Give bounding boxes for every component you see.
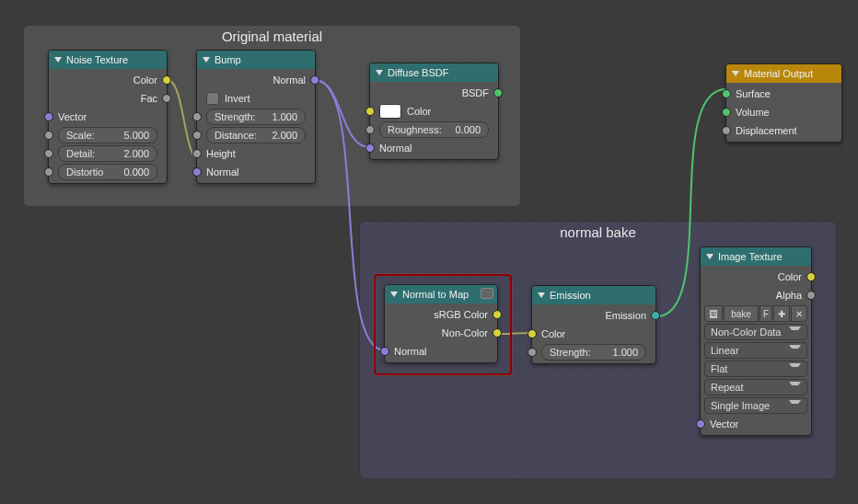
socket-in-vector[interactable] bbox=[696, 419, 705, 429]
strength-field[interactable]: Strength:1.000 bbox=[541, 344, 646, 361]
input-label: Vector bbox=[58, 111, 87, 122]
color-label: Color bbox=[407, 106, 431, 117]
nodegroup-edit-icon[interactable] bbox=[481, 288, 493, 299]
collapse-toggle-icon[interactable] bbox=[203, 57, 210, 63]
node-title: Normal to Map bbox=[402, 289, 469, 300]
fake-user-button[interactable]: F bbox=[759, 305, 772, 322]
invert-label: Invert bbox=[225, 93, 250, 104]
input-label: Normal bbox=[379, 143, 412, 154]
frame-title: Original material bbox=[24, 26, 520, 50]
socket-in-strength[interactable] bbox=[192, 112, 202, 121]
socket-in-volume[interactable] bbox=[722, 108, 731, 117]
socket-in-detail[interactable] bbox=[44, 149, 53, 158]
collapse-toggle-icon[interactable] bbox=[732, 71, 739, 76]
scale-field[interactable]: Scale:5.000 bbox=[58, 127, 157, 143]
socket-in-normal[interactable] bbox=[192, 167, 202, 177]
node-title: Noise Texture bbox=[66, 54, 128, 65]
invert-checkbox[interactable] bbox=[206, 92, 219, 105]
distance-field[interactable]: Distance:2.000 bbox=[206, 127, 306, 143]
collapse-toggle-icon[interactable] bbox=[54, 57, 62, 63]
socket-out-normal[interactable] bbox=[310, 75, 319, 85]
color-swatch[interactable] bbox=[379, 104, 401, 119]
socket-in-displacement[interactable] bbox=[722, 126, 731, 135]
socket-in-distance[interactable] bbox=[192, 131, 202, 140]
socket-in-normal[interactable] bbox=[365, 143, 375, 153]
socket-out-alpha[interactable] bbox=[806, 291, 816, 300]
strength-field[interactable]: Strength:1.000 bbox=[206, 109, 306, 125]
socket-in-distortion[interactable] bbox=[44, 167, 53, 177]
socket-in-normal[interactable] bbox=[380, 347, 389, 356]
node-bump[interactable]: Bump Normal Invert Strength:1.000 Distan… bbox=[196, 50, 316, 184]
output-label: BSDF bbox=[462, 87, 489, 98]
node-diffuse-bsdf[interactable]: Diffuse BSDF BSDF Color Roughness:0.000 … bbox=[369, 63, 499, 160]
extension-dropdown[interactable]: Repeat bbox=[704, 379, 807, 395]
output-label: Emission bbox=[605, 310, 646, 321]
node-noise-texture[interactable]: Noise Texture Color Fac Vector Scale:5.0… bbox=[48, 50, 168, 184]
collapse-toggle-icon[interactable] bbox=[376, 70, 383, 75]
source-dropdown[interactable]: Single Image bbox=[704, 397, 807, 414]
distortion-field[interactable]: Distortio0.000 bbox=[58, 164, 157, 180]
input-label: Normal bbox=[394, 346, 426, 357]
socket-in-color[interactable] bbox=[528, 329, 537, 338]
roughness-field[interactable]: Roughness:0.000 bbox=[379, 121, 489, 138]
node-title: Image Texture bbox=[718, 251, 783, 262]
new-image-button[interactable]: ✚ bbox=[773, 305, 790, 322]
projection-dropdown[interactable]: Flat bbox=[704, 361, 807, 377]
socket-in-vector[interactable] bbox=[44, 112, 53, 121]
collapse-toggle-icon[interactable] bbox=[390, 292, 398, 297]
socket-in-surface[interactable] bbox=[722, 89, 731, 98]
node-title: Emission bbox=[550, 290, 591, 301]
input-label: Displacement bbox=[736, 125, 797, 136]
node-emission[interactable]: Emission Emission Color Strength:1.000 bbox=[531, 285, 656, 364]
detail-field[interactable]: Detail:2.000 bbox=[58, 145, 157, 162]
input-label: Vector bbox=[710, 418, 738, 430]
socket-in-color[interactable] bbox=[365, 107, 375, 116]
node-image-texture[interactable]: Image Texture Color Alpha 🖼 bake F ✚ ✕ N… bbox=[700, 246, 812, 436]
socket-in-strength[interactable] bbox=[528, 348, 537, 357]
node-header[interactable]: Noise Texture bbox=[49, 51, 167, 69]
socket-out-fac[interactable] bbox=[162, 94, 171, 103]
socket-out-srgb[interactable] bbox=[493, 310, 502, 319]
image-name-field[interactable]: bake bbox=[724, 305, 759, 322]
collapse-toggle-icon[interactable] bbox=[706, 254, 713, 259]
output-label: sRGB Color bbox=[434, 309, 488, 320]
input-label: Color bbox=[541, 328, 565, 339]
node-header[interactable]: Emission bbox=[532, 286, 655, 304]
socket-out-color[interactable] bbox=[806, 272, 816, 281]
output-label: Color bbox=[778, 271, 802, 282]
node-header[interactable]: Diffuse BSDF bbox=[370, 63, 498, 82]
node-material-output[interactable]: Material Output Surface Volume Displacem… bbox=[725, 63, 842, 143]
image-browse-icon[interactable]: 🖼 bbox=[704, 305, 723, 322]
output-label: Alpha bbox=[776, 290, 802, 301]
unlink-image-button[interactable]: ✕ bbox=[791, 305, 807, 322]
socket-in-roughness[interactable] bbox=[365, 125, 375, 134]
output-label: Color bbox=[133, 74, 157, 86]
input-label: Normal bbox=[206, 166, 238, 178]
frame-title: normal bake bbox=[360, 222, 836, 246]
image-datablock-browser[interactable]: 🖼 bake F ✚ ✕ bbox=[704, 305, 807, 322]
socket-in-height[interactable] bbox=[192, 149, 202, 158]
output-label: Fac bbox=[141, 93, 157, 104]
node-title: Material Output bbox=[744, 68, 813, 79]
node-header[interactable]: Normal to Map bbox=[385, 285, 497, 304]
input-label: Surface bbox=[736, 88, 771, 99]
node-title: Diffuse BSDF bbox=[388, 67, 448, 78]
colorspace-dropdown[interactable]: Non-Color Data bbox=[704, 324, 807, 340]
node-header[interactable]: Bump bbox=[197, 51, 315, 69]
node-header[interactable]: Material Output bbox=[726, 64, 841, 83]
node-normal-to-map[interactable]: Normal to Map sRGB Color Non-Color Norma… bbox=[384, 284, 498, 363]
output-label: Normal bbox=[273, 74, 306, 86]
node-title: Bump bbox=[214, 54, 241, 65]
input-label: Height bbox=[206, 148, 236, 159]
node-header[interactable]: Image Texture bbox=[701, 247, 811, 266]
socket-out-noncolor[interactable] bbox=[493, 328, 502, 338]
input-label: Volume bbox=[736, 107, 770, 118]
interpolation-dropdown[interactable]: Linear bbox=[704, 342, 807, 359]
output-label: Non-Color bbox=[442, 327, 488, 338]
socket-in-scale[interactable] bbox=[44, 131, 53, 140]
socket-out-bsdf[interactable] bbox=[493, 88, 503, 97]
socket-out-color[interactable] bbox=[162, 75, 171, 85]
socket-out-emission[interactable] bbox=[651, 311, 660, 320]
collapse-toggle-icon[interactable] bbox=[538, 292, 545, 298]
